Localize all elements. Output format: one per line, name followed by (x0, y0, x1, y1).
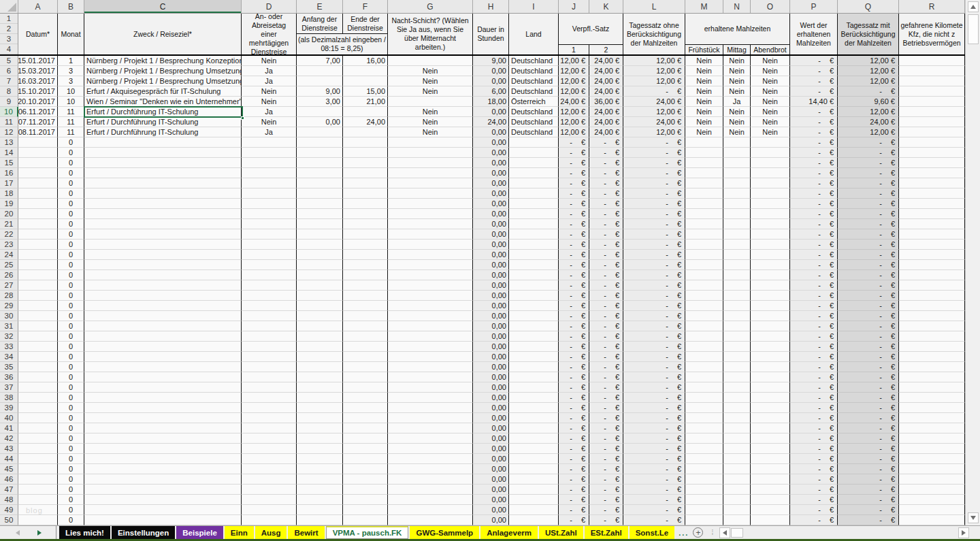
cell-B5[interactable]: 1 (58, 56, 84, 66)
cell-P34[interactable]: -€ (790, 352, 838, 362)
cell-R47[interactable] (899, 485, 965, 495)
cell-B13[interactable]: 0 (58, 137, 84, 148)
tabbar-resize-handle[interactable]: ⁞ (711, 529, 714, 536)
add-sheet-button[interactable]: + (693, 527, 703, 538)
cell-F15[interactable] (343, 158, 388, 168)
cell-D35[interactable] (242, 362, 297, 372)
cell-I42[interactable] (509, 433, 559, 444)
cell-O33[interactable] (751, 342, 790, 352)
sheet-tab-anlageverm[interactable]: Anlageverm (480, 526, 538, 539)
cell-R14[interactable] (899, 148, 965, 158)
cell-C6[interactable]: Nürnberg / Projekt 1 / Besprechung Umset… (84, 66, 242, 76)
cell-M38[interactable] (685, 393, 723, 403)
cell-G36[interactable] (388, 372, 473, 382)
cell-R11[interactable] (899, 117, 965, 127)
cell-L31[interactable]: -€ (623, 321, 685, 331)
cell-R32[interactable] (899, 331, 965, 342)
cell-K42[interactable]: -€ (589, 433, 623, 444)
cell-B9[interactable]: 10 (58, 97, 84, 107)
cell-D50[interactable] (242, 515, 297, 525)
cell-A18[interactable] (18, 188, 58, 199)
cell-L8[interactable]: -€ (623, 86, 685, 97)
cell-J42[interactable]: -€ (559, 433, 589, 444)
cell-N36[interactable] (723, 372, 751, 382)
cell-R50[interactable] (899, 515, 965, 525)
row-header-12[interactable]: 12 (0, 127, 18, 137)
cell-P21[interactable]: -€ (790, 219, 838, 229)
cell-P11[interactable]: -€ (790, 117, 838, 127)
cell-L21[interactable]: -€ (623, 219, 685, 229)
cell-Q29[interactable]: -€ (838, 301, 899, 311)
row-header-34[interactable]: 34 (0, 352, 18, 362)
cell-I13[interactable] (509, 137, 559, 148)
cell-D39[interactable] (242, 403, 297, 413)
cell-E12[interactable] (297, 127, 343, 137)
cell-B33[interactable]: 0 (58, 342, 84, 352)
cell-P38[interactable]: -€ (790, 393, 838, 403)
cell-Q28[interactable]: -€ (838, 291, 899, 301)
cell-C46[interactable] (84, 474, 242, 485)
cell-J12[interactable]: 12,00 € (559, 127, 589, 137)
header-ende-dienstreise[interactable]: Ende der Dienstreise (343, 14, 387, 33)
cell-C50[interactable] (84, 515, 242, 525)
cell-J41[interactable]: -€ (559, 423, 589, 433)
cell-H6[interactable]: 0,00 (473, 66, 509, 76)
cell-A8[interactable]: 15.10.2017 (18, 86, 58, 97)
cell-J33[interactable]: -€ (559, 342, 589, 352)
cell-I37[interactable] (509, 382, 559, 393)
cell-C48[interactable] (84, 495, 242, 505)
row-header-21[interactable]: 21 (0, 219, 18, 229)
cell-O22[interactable] (751, 229, 790, 240)
header-erhaltene-mahlzeiten[interactable]: erhaltene Mahlzeiten (685, 14, 789, 44)
cell-I11[interactable]: Deutschland (509, 117, 559, 127)
cell-K34[interactable]: -€ (589, 352, 623, 362)
cell-Q15[interactable]: -€ (838, 158, 899, 168)
cell-O30[interactable] (751, 311, 790, 321)
cell-I7[interactable]: Deutschland (509, 76, 559, 86)
cell-K9[interactable]: 36,00 € (589, 97, 623, 107)
cell-P29[interactable]: -€ (790, 301, 838, 311)
cell-O13[interactable] (751, 137, 790, 148)
cell-J35[interactable]: -€ (559, 362, 589, 372)
cell-G16[interactable] (388, 168, 473, 178)
cell-L36[interactable]: -€ (623, 372, 685, 382)
row-header-41[interactable]: 41 (0, 423, 18, 433)
row-header-44[interactable]: 44 (0, 454, 18, 464)
cell-M39[interactable] (685, 403, 723, 413)
cell-M28[interactable] (685, 291, 723, 301)
cell-F34[interactable] (343, 352, 388, 362)
cell-G37[interactable] (388, 382, 473, 393)
cell-H5[interactable]: 9,00 (473, 56, 509, 66)
cell-M13[interactable] (685, 137, 723, 148)
cell-Q32[interactable]: -€ (838, 331, 899, 342)
column-header-I[interactable]: I (509, 0, 559, 13)
row-header-40[interactable]: 40 (0, 413, 18, 423)
cell-G39[interactable] (388, 403, 473, 413)
column-header-R[interactable]: R (899, 0, 965, 13)
vertical-scrollbar-thumb[interactable] (968, 14, 979, 44)
cell-R15[interactable] (899, 158, 965, 168)
cell-I12[interactable]: Deutschland (509, 127, 559, 137)
cell-M5[interactable]: Nein (685, 56, 723, 66)
cell-M12[interactable]: Nein (685, 127, 723, 137)
cell-G29[interactable] (388, 301, 473, 311)
cell-Q8[interactable]: -€ (838, 86, 899, 97)
cell-M19[interactable] (685, 199, 723, 209)
sheet-tab-sonst-le[interactable]: Sonst.Le (630, 526, 675, 539)
cell-L7[interactable]: 12,00 € (623, 76, 685, 86)
cell-M50[interactable] (685, 515, 723, 525)
cell-Q49[interactable]: -€ (838, 505, 899, 515)
cell-L34[interactable]: -€ (623, 352, 685, 362)
cell-N29[interactable] (723, 301, 751, 311)
cell-H30[interactable]: 0,00 (473, 311, 509, 321)
cell-D28[interactable] (242, 291, 297, 301)
cell-J44[interactable]: -€ (559, 454, 589, 464)
cell-B24[interactable]: 0 (58, 250, 84, 260)
cell-H10[interactable]: 0,00 (473, 107, 509, 117)
cell-C40[interactable] (84, 413, 242, 423)
cell-F23[interactable] (343, 240, 388, 250)
row-header-35[interactable]: 35 (0, 362, 18, 372)
cell-L12[interactable]: 12,00 € (623, 127, 685, 137)
row-header-39[interactable]: 39 (0, 403, 18, 413)
cell-F22[interactable] (343, 229, 388, 240)
